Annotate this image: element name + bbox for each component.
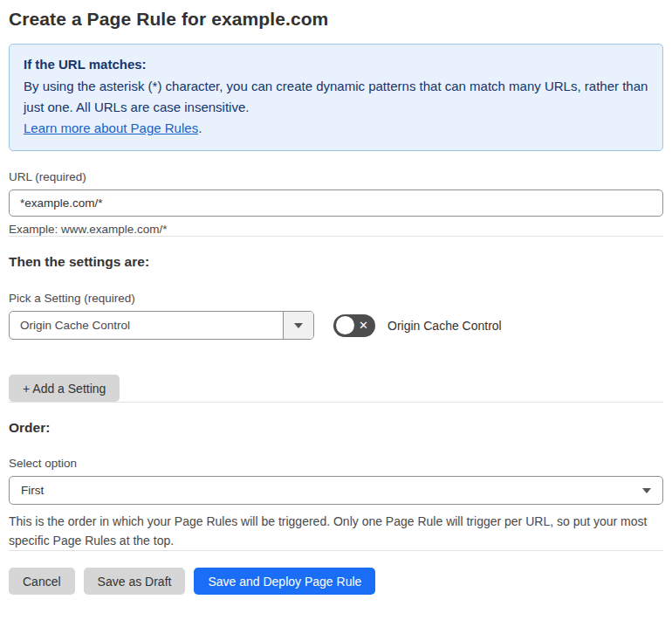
footer-actions: Cancel Save as Draft Save and Deploy Pag… [9, 568, 663, 595]
save-and-deploy-button[interactable]: Save and Deploy Page Rule [194, 568, 375, 595]
info-box-body: By using the asterisk (*) character, you… [24, 76, 648, 118]
chevron-down-icon [294, 323, 303, 328]
order-section-heading: Order: [9, 420, 663, 436]
toggle-label: Origin Cache Control [387, 319, 502, 333]
order-select[interactable]: First [9, 476, 663, 505]
url-match-info-box: If the URL matches: By using the asteris… [9, 44, 663, 151]
info-box-link-line: Learn more about Page Rules. [24, 118, 648, 139]
chevron-down-icon [642, 488, 651, 493]
order-select-label: Select option [9, 457, 663, 470]
add-setting-button[interactable]: + Add a Setting [9, 375, 120, 402]
divider [9, 402, 663, 403]
setting-select[interactable]: Origin Cache Control [9, 311, 314, 340]
setting-select-value: Origin Cache Control [10, 312, 283, 339]
toggle-knob [336, 316, 354, 334]
order-select-value: First [21, 484, 44, 497]
toggle-wrap: ✕ Origin Cache Control [333, 314, 502, 337]
url-example-helper: Example: www.example.com/* [9, 223, 663, 236]
save-as-draft-button[interactable]: Save as Draft [84, 568, 186, 595]
origin-cache-control-toggle[interactable]: ✕ [333, 314, 375, 337]
pick-setting-label: Pick a Setting (required) [9, 292, 663, 305]
learn-more-link[interactable]: Learn more about Page Rules [24, 121, 198, 135]
url-field-label: URL (required) [9, 170, 663, 183]
page-title: Create a Page Rule for example.com [9, 9, 663, 30]
info-box-heading: If the URL matches: [24, 54, 648, 75]
toggle-off-x-icon: ✕ [359, 320, 368, 331]
divider [9, 236, 663, 237]
cancel-button[interactable]: Cancel [9, 568, 75, 595]
page-rule-form: Create a Page Rule for example.com If th… [0, 0, 672, 595]
order-helper-text: This is the order in which your Page Rul… [9, 512, 663, 550]
setting-select-arrow-button[interactable] [283, 312, 313, 339]
settings-section-heading: Then the settings are: [9, 254, 663, 270]
setting-row: Origin Cache Control ✕ Origin Cache Cont… [9, 311, 663, 340]
url-input[interactable] [9, 189, 663, 217]
divider [9, 550, 663, 551]
link-suffix: . [198, 121, 202, 135]
